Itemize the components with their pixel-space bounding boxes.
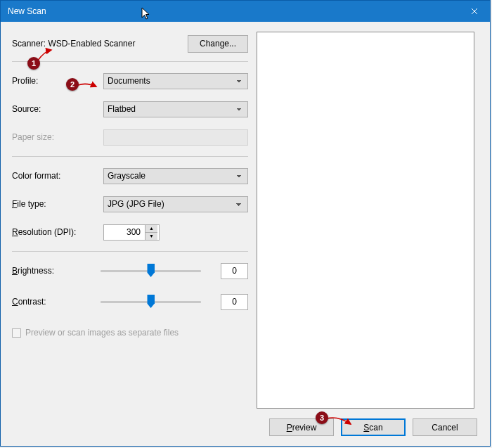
paper-size-label: Paper size: — [12, 132, 103, 142]
contrast-slider[interactable] — [101, 295, 201, 309]
preview-btn-rest: review — [292, 423, 317, 433]
divider — [12, 251, 248, 252]
cancel-button[interactable]: Cancel — [413, 418, 477, 436]
change-scanner-button[interactable]: Change... — [188, 35, 248, 53]
scanner-name: WSD-Enabled Scanner — [48, 39, 135, 49]
resolution-label: Resolution (DPI): — [12, 227, 103, 237]
source-label: Source: — [12, 104, 103, 114]
titlebar[interactable]: New Scan — [1, 1, 490, 22]
preview-area[interactable] — [257, 32, 474, 409]
scan-button[interactable]: Scan — [341, 418, 406, 436]
spin-up-button[interactable]: ▲ — [145, 225, 157, 233]
divider — [12, 156, 248, 157]
scanner-label-prefix: Scanner: — [12, 39, 48, 49]
spin-down-button[interactable]: ▼ — [145, 233, 157, 240]
resolution-input[interactable] — [104, 225, 145, 240]
close-button[interactable] — [458, 1, 490, 22]
brightness-label: Brightness: — [12, 266, 101, 276]
slider-thumb-icon[interactable] — [147, 295, 155, 308]
file-type-label: File type: — [12, 199, 103, 209]
scan-btn-rest: can — [369, 423, 382, 433]
file-type-select[interactable]: JPG (JPG File) — [103, 196, 248, 212]
color-format-select[interactable]: Grayscale — [103, 168, 248, 184]
separate-files-checkbox — [12, 328, 21, 338]
brightness-slider[interactable] — [101, 264, 201, 278]
color-format-label: Color format: — [12, 171, 103, 181]
contrast-value[interactable]: 0 — [221, 294, 248, 310]
separate-files-label: Preview or scan images as separate files — [25, 328, 179, 338]
preview-button[interactable]: Preview — [269, 418, 334, 436]
settings-panel: Scanner: WSD-Enabled Scanner Change... P… — [12, 32, 248, 409]
paper-size-select — [103, 129, 248, 146]
close-icon — [471, 8, 478, 15]
resolution-spinner[interactable]: ▲ ▼ — [103, 224, 160, 241]
dialog-buttons: Preview Scan Cancel — [269, 418, 477, 436]
profile-select[interactable]: Documents — [103, 73, 248, 89]
brightness-value[interactable]: 0 — [221, 263, 248, 279]
divider — [12, 61, 248, 62]
contrast-label: Contrast: — [12, 297, 101, 307]
window-title: New Scan — [8, 6, 46, 16]
profile-label: Profile: — [12, 76, 103, 86]
source-select[interactable]: Flatbed — [103, 101, 248, 117]
new-scan-dialog: New Scan Scanner: WSD-Enabled Scanner Ch… — [0, 0, 491, 447]
slider-thumb-icon[interactable] — [147, 264, 155, 277]
